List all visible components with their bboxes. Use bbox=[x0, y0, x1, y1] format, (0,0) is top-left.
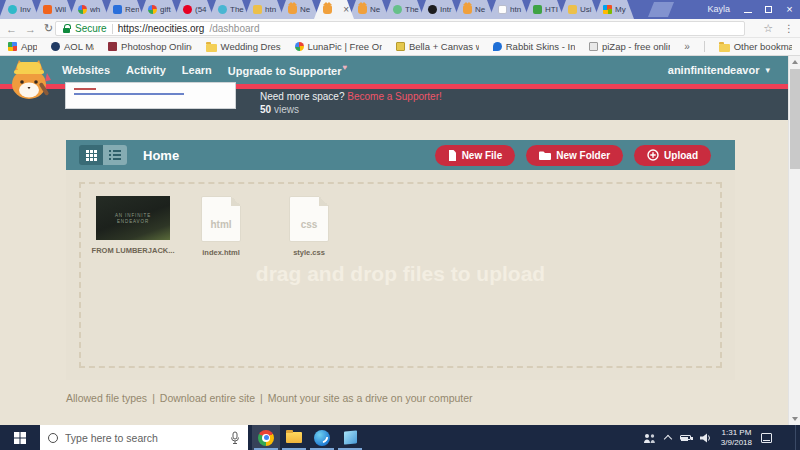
file-manager-body: AN INFINITE ENDEAVOR FROM LUMBERJACK... … bbox=[66, 170, 735, 380]
microphone-icon[interactable] bbox=[230, 431, 240, 445]
other-bookmarks[interactable]: Other bookmarks bbox=[719, 41, 792, 52]
taskbar-explorer-button[interactable] bbox=[280, 425, 308, 450]
browser-tab[interactable]: The bbox=[209, 0, 249, 19]
browser-tab[interactable]: Ne bbox=[454, 0, 494, 19]
taskbar-app-button[interactable] bbox=[308, 425, 336, 450]
tab-title: (54 bbox=[195, 5, 209, 14]
search-input[interactable] bbox=[65, 432, 223, 444]
browser-tab[interactable]: wh bbox=[69, 0, 109, 19]
back-icon[interactable]: ← bbox=[6, 23, 17, 35]
tab-strip: Inv Wil wh Ren gift (54 The htn Ne × Ne … bbox=[4, 0, 634, 19]
new-tab-button[interactable] bbox=[648, 2, 674, 17]
bookmark-folder[interactable]: Wedding Dresses bbox=[206, 41, 281, 52]
nav-link-websites[interactable]: Websites bbox=[62, 64, 110, 76]
bookmark-item[interactable]: Rabbit Skins - Infant bbox=[493, 41, 575, 52]
browser-tab[interactable]: Intr bbox=[419, 0, 459, 19]
dropzone-hint: drag and drop files to upload bbox=[81, 262, 720, 286]
file-manager-panel: Home New File New Folder Upload bbox=[66, 140, 735, 380]
browser-tab[interactable]: My bbox=[594, 0, 634, 19]
grid-view-button[interactable] bbox=[79, 145, 103, 165]
windows-taskbar: 1:31 PM 3/9/2018 bbox=[0, 425, 800, 450]
blue-3d-app-icon bbox=[344, 430, 357, 444]
nav-link-learn[interactable]: Learn bbox=[182, 64, 212, 76]
browser-tab[interactable]: (54 bbox=[174, 0, 214, 19]
browser-tab[interactable]: Usi bbox=[559, 0, 599, 19]
google-favicon bbox=[148, 5, 157, 14]
site-preview-thumbnail[interactable] bbox=[66, 83, 235, 108]
tray-expand-icon[interactable] bbox=[664, 435, 672, 443]
green-square-favicon bbox=[533, 5, 542, 14]
browser-tab[interactable]: gift bbox=[139, 0, 179, 19]
desktop-screen: Inv Wil wh Ren gift (54 The htn Ne × Ne … bbox=[0, 0, 800, 450]
bookmarks-overflow-icon[interactable]: » bbox=[684, 41, 690, 52]
taskbar-search[interactable] bbox=[40, 425, 248, 450]
folder-title: Home bbox=[143, 148, 179, 163]
browser-tab[interactable]: Ne bbox=[349, 0, 389, 19]
reload-icon[interactable]: ↻ bbox=[44, 22, 53, 35]
browser-tab[interactable]: htn bbox=[244, 0, 284, 19]
forward-icon[interactable]: → bbox=[25, 23, 36, 35]
taskbar-chrome-button[interactable] bbox=[252, 425, 280, 450]
bookmark-item[interactable]: LunaPic | Free Online bbox=[295, 41, 382, 52]
bookmark-star-icon[interactable]: ☆ bbox=[763, 22, 773, 35]
action-center-icon[interactable] bbox=[761, 433, 772, 443]
neocities-cat-logo[interactable] bbox=[6, 57, 52, 103]
list-view-button[interactable] bbox=[103, 145, 127, 165]
speaker-icon[interactable] bbox=[700, 433, 712, 443]
download-site-link[interactable]: Download entire site bbox=[160, 392, 255, 404]
taskbar-app-button[interactable] bbox=[336, 425, 364, 450]
new-file-button[interactable]: New File bbox=[435, 145, 516, 166]
restore-button[interactable] bbox=[758, 0, 779, 19]
browser-tab[interactable]: Ne bbox=[279, 0, 319, 19]
minimize-button[interactable] bbox=[737, 0, 758, 19]
browser-tab[interactable]: Ren bbox=[104, 0, 144, 19]
close-window-button[interactable]: × bbox=[779, 0, 800, 19]
mount-drive-link[interactable]: Mount your site as a drive on your compu… bbox=[268, 392, 473, 404]
yellow-app-favicon bbox=[253, 5, 262, 14]
browser-tab[interactable]: HTI bbox=[524, 0, 564, 19]
thumbnail-caption: AN INFINITE ENDEAVOR bbox=[100, 213, 167, 224]
become-supporter-link[interactable]: Become a Supporter! bbox=[347, 91, 442, 102]
page-scrollbar[interactable] bbox=[788, 56, 800, 425]
neocities-cat-favicon bbox=[323, 5, 332, 14]
file-item-css[interactable]: css style.css bbox=[269, 196, 349, 257]
people-icon[interactable] bbox=[643, 433, 656, 443]
grid-icon bbox=[86, 150, 97, 161]
new-folder-button[interactable]: New Folder bbox=[526, 145, 623, 166]
address-bar[interactable]: Secure https://neocities.org/dashboard bbox=[55, 21, 745, 36]
file-item-html[interactable]: html index.html bbox=[181, 196, 261, 257]
scroll-down-button[interactable] bbox=[789, 413, 800, 425]
close-icon[interactable]: × bbox=[343, 5, 349, 15]
neocities-cat-favicon bbox=[288, 5, 297, 14]
bookmark-item[interactable]: Bella + Canvas whol bbox=[396, 41, 479, 52]
upload-button[interactable]: Upload bbox=[634, 145, 711, 166]
nav-link-activity[interactable]: Activity bbox=[126, 64, 166, 76]
start-button[interactable] bbox=[0, 425, 40, 450]
browser-tab[interactable]: Wil bbox=[34, 0, 74, 19]
scrollbar-thumb[interactable] bbox=[790, 69, 800, 169]
browser-tab[interactable]: The bbox=[384, 0, 424, 19]
bookmark-item[interactable]: piZap - free online p bbox=[589, 41, 670, 52]
taskbar-clock[interactable]: 1:31 PM 3/9/2018 bbox=[721, 428, 752, 447]
battery-icon[interactable] bbox=[680, 435, 691, 440]
allowed-file-types-link[interactable]: Allowed file types bbox=[66, 392, 147, 404]
bookmark-item[interactable]: Photoshop Online Fr bbox=[108, 41, 192, 52]
bookmark-item[interactable]: AOL Mail bbox=[51, 41, 94, 52]
apps-shortcut[interactable]: Apps bbox=[8, 41, 37, 52]
file-item-image[interactable]: AN INFINITE ENDEAVOR FROM LUMBERJACK... bbox=[93, 196, 173, 257]
browser-menu-icon[interactable]: ⋮ bbox=[784, 23, 794, 34]
tab-title: The bbox=[230, 5, 244, 14]
browser-tab[interactable]: htn bbox=[489, 0, 529, 19]
bookmarks-divider bbox=[704, 41, 705, 52]
scroll-up-button[interactable] bbox=[789, 56, 800, 68]
aol-icon bbox=[51, 42, 60, 51]
bookmark-label: Apps bbox=[21, 41, 37, 52]
browser-tab[interactable]: Inv bbox=[0, 0, 39, 19]
account-menu[interactable]: aninfinitendeavor ▾ bbox=[668, 56, 770, 84]
nav-link-upgrade[interactable]: Upgrade to Supporter♥ bbox=[228, 63, 347, 77]
show-desktop-button[interactable] bbox=[795, 425, 800, 450]
file-dropzone[interactable]: AN INFINITE ENDEAVOR FROM LUMBERJACK... … bbox=[79, 182, 722, 368]
tab-title: htn bbox=[510, 5, 524, 14]
browser-tab-active[interactable]: × bbox=[314, 0, 354, 19]
browser-profile-name[interactable]: Kayla bbox=[707, 4, 730, 14]
